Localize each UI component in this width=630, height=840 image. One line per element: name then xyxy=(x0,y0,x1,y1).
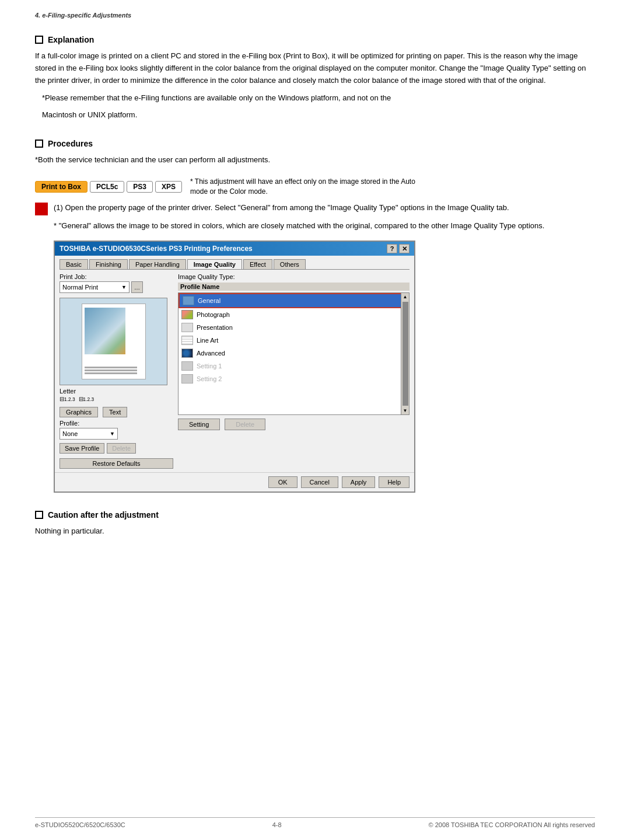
explanation-body: If a full-color image is printed on a cl… xyxy=(35,50,595,86)
explanation-note2: Macintosh or UNIX platform. xyxy=(42,109,595,121)
explanation-title: Explanation xyxy=(35,35,595,44)
badge-note: * This adjustment will have an effect on… xyxy=(190,177,424,197)
step-1-row: (1) Open the property page of the printe… xyxy=(35,202,595,215)
tab-paper-handling[interactable]: Paper Handling xyxy=(129,259,186,269)
badge-row: Print to Box PCL5c PS3 XPS * This adjust… xyxy=(35,177,595,197)
badge-print-to-box: Print to Box xyxy=(35,181,88,193)
dialog-close-btn[interactable]: ✕ xyxy=(399,244,410,253)
ok-btn[interactable]: OK xyxy=(268,476,298,488)
text-btn[interactable]: Text xyxy=(103,407,127,417)
print-job-select[interactable]: Normal Print ▼ xyxy=(60,281,130,293)
select-arrow-icon: ▼ xyxy=(121,284,127,290)
preview-inner xyxy=(82,304,146,379)
iq-item-lineart[interactable]: Line Art xyxy=(178,334,409,347)
profile-row: None ▼ xyxy=(60,428,173,440)
iq-icon-presentation xyxy=(181,323,193,332)
caution-section: Caution after the adjustment Nothing in … xyxy=(35,510,595,538)
tab-effect[interactable]: Effect xyxy=(243,259,272,269)
procedures-title: Procedures xyxy=(35,139,595,148)
iq-label-lineart: Line Art xyxy=(197,337,218,344)
badge-pcl5c: PCL5c xyxy=(90,181,124,193)
iq-icon-general xyxy=(183,296,194,305)
step-1-icon xyxy=(35,203,48,215)
profile-label: Profile: xyxy=(60,420,173,427)
iq-label-setting1: Setting 1 xyxy=(197,363,222,370)
iq-buttons-row: Setting Delete xyxy=(178,419,410,430)
preview-text-lines xyxy=(85,367,143,375)
iq-list[interactable]: General Photograph Presentation xyxy=(178,292,410,415)
step-1-text: (1) Open the property page of the printe… xyxy=(54,202,509,214)
tab-basic[interactable]: Basic xyxy=(60,259,88,269)
scroll-down-icon[interactable]: ▼ xyxy=(402,407,409,414)
iq-item-advanced[interactable]: Advanced xyxy=(178,347,409,360)
delete-btn-1[interactable]: Delete xyxy=(107,443,136,454)
dialog-window: TOSHIBA e-STUDIO6530CSeries PS3 Printing… xyxy=(54,241,415,493)
paper-icon-right: ⊟1.2.3 xyxy=(79,396,94,402)
print-job-select-row: Normal Print ▼ … xyxy=(60,281,173,293)
profile-select[interactable]: None ▼ xyxy=(60,428,118,440)
apply-btn[interactable]: Apply xyxy=(342,476,376,488)
save-profile-btn[interactable]: Save Profile xyxy=(60,443,104,454)
iq-label-presentation: Presentation xyxy=(197,324,233,331)
breadcrumb: 4. e-Filing-specific Adjustments xyxy=(35,12,595,21)
explanation-checkbox-icon xyxy=(35,36,43,44)
preview-line-2 xyxy=(85,370,137,371)
dialog-titlebar: TOSHIBA e-STUDIO6530CSeries PS3 Printing… xyxy=(55,242,414,256)
badge-ps3: PS3 xyxy=(127,181,153,193)
print-job-label: Print Job: xyxy=(60,273,173,280)
iq-item-presentation[interactable]: Presentation xyxy=(178,321,409,334)
graphics-btn[interactable]: Graphics xyxy=(60,407,98,417)
paper-icon-left: ⊟1.2.3 xyxy=(60,396,75,402)
iq-label: Image Quality Type: xyxy=(178,273,410,280)
iq-item-setting1[interactable]: Setting 1 xyxy=(178,360,409,372)
iq-list-scrollbar[interactable]: ▲ ▼ xyxy=(401,293,409,414)
iq-label-photograph: Photograph xyxy=(197,311,230,318)
explanation-note1: *Please remember that the e-Filing funct… xyxy=(42,92,595,104)
iq-icon-setting1 xyxy=(181,361,193,371)
cancel-btn[interactable]: Cancel xyxy=(301,476,338,488)
caution-body: Nothing in particular. xyxy=(35,525,595,538)
iq-label-advanced: Advanced xyxy=(197,350,225,357)
dialog-wrapper: TOSHIBA e-STUDIO6530CSeries PS3 Printing… xyxy=(54,241,415,493)
restore-defaults-btn[interactable]: Restore Defaults xyxy=(60,458,173,469)
iq-item-general[interactable]: General xyxy=(178,293,409,308)
dialog-tabs: Basic Finishing Paper Handling Image Qua… xyxy=(60,259,410,270)
dialog-titlebar-icons: ? ✕ xyxy=(387,244,410,253)
iq-icon-advanced xyxy=(181,348,193,358)
left-buttons: Save Profile Delete Restore Defaults xyxy=(60,443,173,469)
iq-icon-photograph xyxy=(181,310,193,319)
footer-left: e-STUDIO5520C/6520C/6530C xyxy=(35,821,125,828)
print-job-options-btn[interactable]: … xyxy=(131,281,143,293)
procedures-note: *Both the service technician and the use… xyxy=(35,154,595,166)
tab-others[interactable]: Others xyxy=(274,259,306,269)
iq-item-setting2[interactable]: Setting 2 xyxy=(178,372,409,385)
page-footer: e-STUDIO5520C/6520C/6530C 4-8 © 2008 TOS… xyxy=(35,817,595,828)
dialog-footer: OK Cancel Apply Help xyxy=(55,472,414,492)
delete-btn-2[interactable]: Delete xyxy=(225,419,265,430)
step-1-note: * "General" allows the image to be store… xyxy=(54,220,595,232)
paper-icons-row: ⊟1.2.3 ⊟1.2.3 xyxy=(60,396,173,402)
profile-arrow-icon: ▼ xyxy=(110,431,115,437)
tab-finishing[interactable]: Finishing xyxy=(89,259,128,269)
caution-checkbox-icon xyxy=(35,511,43,519)
footer-page: 4-8 xyxy=(272,821,282,828)
scroll-up-icon[interactable]: ▲ xyxy=(402,293,409,301)
scroll-thumb xyxy=(402,302,408,406)
dialog-title: TOSHIBA e-STUDIO6530CSeries PS3 Printing… xyxy=(60,245,253,253)
iq-label-general: General xyxy=(198,297,220,304)
preview-line-1 xyxy=(85,367,137,368)
dialog-right-panel: Image Quality Type: Profile Name General xyxy=(178,273,410,469)
iq-icon-lineart xyxy=(181,336,193,345)
dialog-help-btn[interactable]: ? xyxy=(387,244,397,253)
tab-image-quality[interactable]: Image Quality xyxy=(187,259,242,269)
dialog-content: Print Job: Normal Print ▼ … xyxy=(60,273,410,469)
procedures-checkbox-icon xyxy=(35,140,43,148)
iq-profile-name-label: Profile Name xyxy=(178,283,410,291)
help-btn[interactable]: Help xyxy=(379,476,410,488)
iq-item-photograph[interactable]: Photograph xyxy=(178,308,409,321)
iq-icon-setting2 xyxy=(181,374,193,384)
graphics-text-row: Graphics Text xyxy=(60,407,173,417)
iq-label-setting2: Setting 2 xyxy=(197,375,222,382)
setting-btn[interactable]: Setting xyxy=(178,419,220,430)
footer-right: © 2008 TOSHIBA TEC CORPORATION All right… xyxy=(429,821,595,828)
